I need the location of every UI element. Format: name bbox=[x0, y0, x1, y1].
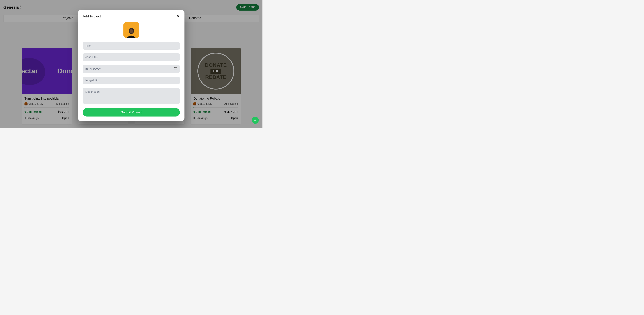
close-icon[interactable]: ✕ bbox=[177, 14, 180, 18]
add-project-fab[interactable]: + bbox=[252, 117, 259, 124]
avatar bbox=[124, 22, 139, 38]
submit-button[interactable]: Submit Project bbox=[83, 108, 180, 116]
date-input[interactable]: mm/dd/yyyy bbox=[83, 65, 180, 73]
date-placeholder: mm/dd/yyyy bbox=[85, 67, 100, 70]
description-input[interactable] bbox=[83, 88, 180, 104]
calendar-icon bbox=[174, 67, 177, 71]
modal-overlay[interactable]: Add Project ✕ mm/dd/yyyy Submit Project bbox=[0, 0, 262, 128]
modal-title: Add Project bbox=[83, 14, 101, 18]
add-project-modal: Add Project ✕ mm/dd/yyyy Submit Project bbox=[78, 10, 184, 121]
title-input[interactable] bbox=[83, 42, 180, 50]
plus-icon: + bbox=[254, 118, 256, 123]
svg-rect-7 bbox=[174, 68, 177, 70]
cost-input[interactable] bbox=[83, 53, 180, 61]
image-url-input[interactable] bbox=[83, 76, 180, 84]
svg-point-6 bbox=[130, 29, 133, 33]
